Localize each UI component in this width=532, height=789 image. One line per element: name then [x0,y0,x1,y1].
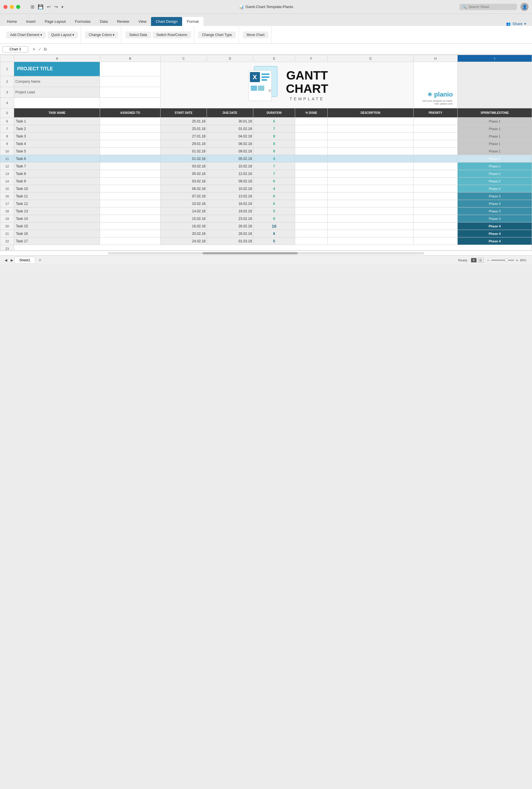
header-pct-done: % DONE [295,108,328,118]
quick-layout-button[interactable]: Quick Layout ▾ [48,32,78,38]
close-button[interactable] [3,5,7,9]
corner-header [0,55,14,62]
cell-reference[interactable]: Chart 3 [2,46,28,53]
col-header-F[interactable]: F [295,55,328,62]
zoom-out-icon[interactable]: − [487,258,489,263]
task-name-1[interactable]: Task 1 [14,118,100,125]
col-header-A[interactable]: A [14,55,100,62]
zoom-slider[interactable] [491,259,514,261]
col-header-C[interactable]: C [160,55,207,62]
switch-row-col-button[interactable]: Switch Row/Column [153,32,191,38]
move-chart-button[interactable]: Move Chart [243,32,268,38]
table-row: 20 Task 15 16.02.18 26.02.18 10 Phase 4 [0,223,532,230]
window-controls[interactable] [3,5,20,9]
tab-formulas[interactable]: Formulas [70,17,95,26]
add-chart-element-button[interactable]: Add Chart Element ▾ [6,32,46,38]
undo-icon[interactable]: ↩ [47,4,51,9]
close-icon[interactable]: ✕ [32,47,36,52]
tab-home[interactable]: Home [2,17,22,26]
col-header-E[interactable]: E [253,55,295,62]
chart-type-change-section: Change Chart Type [195,26,239,43]
task-name-2[interactable]: Task 2 [14,125,100,133]
col-header-D[interactable]: D [207,55,253,62]
sheet-tab-1[interactable]: Sheet1 [14,257,35,264]
phase-1-1[interactable]: Phase 1 [458,118,532,125]
table-row: 8 Task 3 27.01.18 04.02.18 8 Phase 1 [0,133,532,140]
tab-page-layout[interactable]: Page Layout [40,17,70,26]
col-header-I[interactable]: I [458,55,532,62]
tab-chart-design[interactable]: Chart Design [151,17,182,26]
normal-view-button[interactable]: ⊞ [471,258,477,263]
select-data-button[interactable]: Select Data [125,32,151,38]
more-icon[interactable]: ▾ [61,5,63,9]
nav-prev-arrow[interactable]: ◀ [3,258,8,262]
cell-4A[interactable] [14,97,100,108]
save-icon[interactable]: 💾 [38,4,43,9]
change-chart-type-button[interactable]: Change Chart Type [198,32,236,38]
svg-rect-9 [261,79,267,81]
nav-next-arrow[interactable]: ▶ [10,258,14,262]
cell-1B[interactable] [100,62,160,76]
table-row: 22 Task 17 24.02.18 01.03.18 5 Phase 4 [0,237,532,245]
row-num-4: 4 [0,97,14,108]
project-title-cell[interactable]: PROJECT TITLE [14,62,100,76]
fx-label: fx [44,47,47,52]
table-row: 19 Task 14 15.02.18 23.02.18 8 Phase 3 [0,215,532,223]
redo-icon[interactable]: ↪ [54,4,58,9]
ribbon-toolbar: Add Chart Element ▾ Quick Layout ▾ Chang… [0,26,532,44]
cell-3B[interactable] [100,87,160,97]
grid-icon[interactable]: ⊞ [31,4,34,9]
page-layout-view-button[interactable]: ▤ [478,258,483,263]
table-row: 6 Task 1 25.01.18 30.01.18 5 Phase 1 [0,118,532,125]
change-colors-button[interactable]: Change Colors ▾ [85,32,118,38]
due-date-1[interactable]: 30.01.18 [207,118,253,125]
tab-view[interactable]: View [134,17,151,26]
h-scrollbar-thumb[interactable] [203,252,298,254]
titlebar-right: 🔍 👤 [459,3,529,11]
chart-data-section: Select Data Switch Row/Column [122,26,194,43]
tab-insert[interactable]: Insert [22,17,40,26]
search-input[interactable] [468,5,514,9]
svg-text:X: X [253,74,257,81]
gantt-image-area: X [160,62,413,108]
maximize-button[interactable] [16,5,20,9]
table-row: 7 Task 2 25.01.18 01.02.18 7 Phase 1 [0,125,532,133]
tab-format[interactable]: Format [182,17,203,26]
cell-4B[interactable] [100,97,160,108]
duration-1[interactable]: 5 [253,118,295,125]
horizontal-scrollbar[interactable] [0,251,532,255]
h-scrollbar-track[interactable] [108,252,424,254]
col-header-B[interactable]: B [100,55,160,62]
user-avatar[interactable]: 👤 [520,3,529,11]
spreadsheet-area: A B C D E F G H I 1 PROJECT TITLE [0,55,532,251]
row-num-1: 1 [0,62,14,76]
row-num-3: 3 [0,87,14,97]
minimize-button[interactable] [10,5,14,9]
header-description: DESCRIPTION [327,108,413,118]
svg-rect-10 [251,85,257,91]
cell-2B[interactable] [100,76,160,87]
check-icon[interactable]: ✓ [38,47,41,52]
svg-rect-7 [261,74,269,75]
col-header-H[interactable]: H [414,55,458,62]
start-date-1[interactable]: 25.01.18 [160,118,207,125]
add-sheet-button[interactable]: + [36,257,43,263]
col-header-G[interactable]: G [327,55,413,62]
share-button[interactable]: 👥 Share ▾ [502,22,530,26]
zoom-in-icon[interactable]: + [516,258,518,263]
status-bar: Ready ⊞ ▤ − + 90% [458,258,529,263]
formula-input[interactable] [51,46,530,52]
chart-style-section: Change Colors ▾ [82,26,121,43]
search-box[interactable]: 🔍 [459,4,517,10]
chart-type-section: Add Chart Element ▾ Quick Layout ▾ [3,26,81,43]
tab-data[interactable]: Data [95,17,112,26]
svg-rect-11 [258,85,264,91]
location-section: Move Chart [240,26,271,43]
project-lead-cell[interactable]: Project Lead [14,87,100,97]
tab-review[interactable]: Review [112,17,134,26]
search-icon: 🔍 [462,5,467,9]
excel-icon-svg: X [246,65,280,105]
sheet-nav-arrows[interactable]: ◀ ▶ [3,258,14,262]
company-name-cell[interactable]: Company Name [14,76,100,87]
title-bar: ⊞ 💾 ↩ ↪ ▾ 📊 Gantt-Chart-Template-Planio … [0,0,532,14]
